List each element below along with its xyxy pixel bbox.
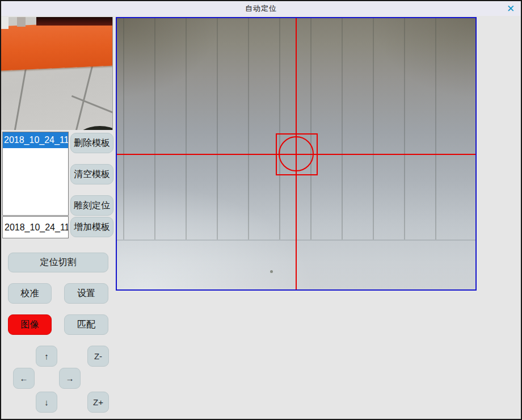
white-patch [1, 17, 9, 29]
engrave-position-button[interactable]: 雕刻定位 [70, 195, 113, 216]
camera-view [116, 17, 477, 291]
close-icon[interactable]: ✕ [504, 2, 517, 15]
clear-templates-button[interactable]: 清空模板 [70, 164, 113, 184]
match-button[interactable]: 匹配 [64, 314, 108, 335]
tile-grout-line [71, 95, 113, 123]
jog-z-minus-button[interactable]: Z- [87, 346, 109, 367]
settings-button[interactable]: 设置 [64, 283, 108, 304]
template-list[interactable]: 2018_10_24_11 [2, 132, 69, 216]
template-list-item[interactable]: 2018_10_24_11 [3, 132, 68, 148]
template-thumbnail [1, 17, 113, 130]
delete-template-button[interactable]: 删除模板 [70, 133, 113, 153]
maroon-bar [36, 17, 113, 26]
jog-up-button[interactable]: ↑ [36, 346, 57, 367]
titlebar: 自动定位 ✕ [1, 1, 521, 16]
add-template-button[interactable]: 增加模板 [70, 217, 113, 237]
camera-speck [270, 270, 273, 273]
auto-position-dialog: 自动定位 ✕ 2018_10_24_11 删除模板 清空模板 雕刻定位 增加模板… [0, 0, 522, 420]
target-circle [279, 136, 314, 171]
dark-blob [74, 126, 113, 130]
jog-down-button[interactable]: ↓ [36, 392, 57, 413]
jog-left-button[interactable]: ← [13, 368, 35, 389]
template-name-input[interactable] [2, 216, 69, 238]
window-title: 自动定位 [245, 3, 277, 14]
jog-right-button[interactable]: → [59, 368, 81, 389]
tile-grout-line [9, 69, 27, 130]
gray-patch [17, 17, 26, 27]
image-button[interactable]: 图像 [8, 314, 52, 335]
jog-z-plus-button[interactable]: Z+ [87, 392, 109, 413]
calibrate-button[interactable]: 校准 [8, 283, 52, 304]
position-cut-button[interactable]: 定位切割 [8, 253, 108, 272]
orange-beam [1, 21, 113, 70]
